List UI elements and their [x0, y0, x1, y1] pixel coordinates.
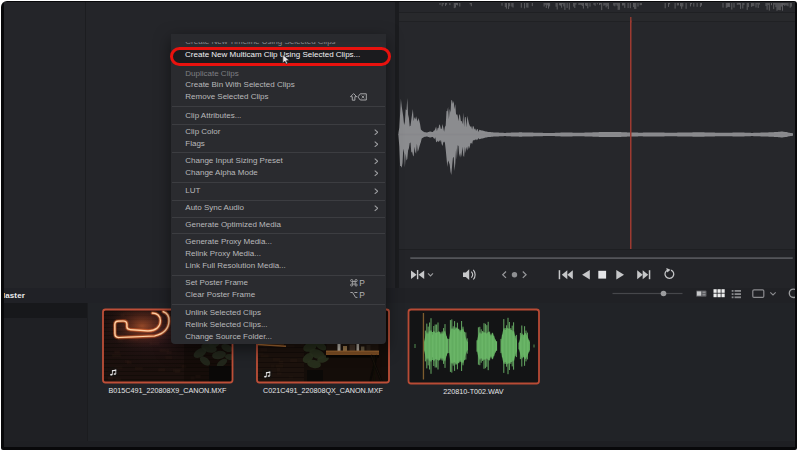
svg-text:P: P	[359, 279, 365, 287]
svg-text:P: P	[359, 291, 365, 299]
